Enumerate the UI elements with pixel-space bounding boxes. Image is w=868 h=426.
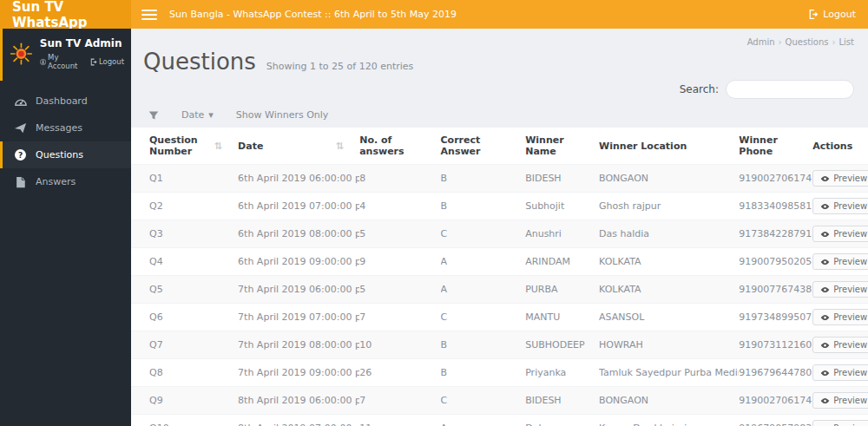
- answers-count-cell: 26: [359, 359, 440, 387]
- contest-title: Sun Bangla - WhatsApp Contest :: 6th Apr…: [169, 9, 457, 20]
- dashboard-icon: [14, 95, 27, 108]
- user-icon: [40, 58, 46, 66]
- preview-label: Preview: [833, 257, 867, 266]
- question-circle-icon: ?: [14, 148, 27, 161]
- winner-phone-cell: 919073112160: [739, 331, 812, 359]
- winner-phone-cell: 919002706174: [739, 165, 812, 193]
- sidebar-item-answers[interactable]: Answers: [0, 168, 131, 195]
- profile-section: Sun TV Admin My Account Logout: [0, 29, 131, 81]
- table-row: Q57th April 2019 06:00:00 pm5APURBAKOLKA…: [131, 276, 868, 304]
- preview-button[interactable]: Preview: [812, 226, 868, 242]
- question-number-cell: Q10: [131, 415, 238, 426]
- winner-location-cell: BONGAON: [599, 387, 739, 415]
- answers-count-cell: 9: [359, 248, 440, 276]
- date-cell: 8th April 2019 07:00:00 pm: [238, 415, 359, 426]
- filter-row: Date ▾ Show Winners Only: [131, 106, 868, 128]
- preview-label: Preview: [833, 285, 867, 294]
- date-cell: 6th April 2019 06:00:00 pm: [238, 165, 359, 193]
- preview-button[interactable]: Preview: [812, 392, 868, 409]
- sidebar-logout-link[interactable]: Logout: [89, 53, 124, 70]
- sort-icon[interactable]: ⇅: [336, 141, 344, 152]
- question-number-cell: Q8: [131, 359, 238, 387]
- answers-count-cell: 7: [359, 304, 440, 331]
- question-number-cell: Q5: [131, 276, 238, 304]
- logout-button[interactable]: Logout: [807, 9, 856, 20]
- table-row: Q16th April 2019 06:00:00 pm8BBIDESHBONG…: [131, 165, 868, 193]
- preview-button[interactable]: Preview: [812, 420, 868, 426]
- breadcrumb-questions[interactable]: Questions: [786, 37, 829, 47]
- preview-button[interactable]: Preview: [812, 309, 868, 325]
- actions-cell: Preview: [812, 276, 868, 304]
- paper-plane-icon: [14, 121, 27, 134]
- sidebar-logout-label: Logout: [99, 57, 124, 66]
- table-header-row: Question Number⇅ Date⇅ No. of answers Co…: [131, 128, 868, 165]
- logout-small-icon: [89, 58, 97, 66]
- winner-location-cell: HOWRAH: [599, 331, 739, 359]
- preview-button[interactable]: Preview: [812, 170, 868, 187]
- admin-name: Sun TV Admin: [40, 37, 124, 49]
- sidebar: Sun TV Admin My Account Logout Dashboard: [0, 29, 131, 426]
- col-winner-phone: Winner Phone: [739, 128, 812, 165]
- eye-icon: [820, 397, 830, 404]
- winner-name-cell: MANTU: [525, 304, 599, 331]
- logout-icon: [807, 9, 819, 20]
- sidebar-item-messages[interactable]: Messages: [0, 115, 131, 141]
- sidebar-item-questions[interactable]: ? Questions: [0, 141, 131, 168]
- correct-answer-cell: B: [441, 193, 526, 220]
- preview-label: Preview: [833, 340, 867, 350]
- correct-answer-cell: B: [441, 165, 526, 193]
- sort-icon[interactable]: ⇅: [214, 141, 222, 152]
- eye-icon: [820, 342, 830, 349]
- winner-name-cell: Deb: [525, 415, 599, 426]
- correct-answer-cell: B: [441, 359, 526, 387]
- winner-name-cell: ARINDAM: [525, 248, 599, 276]
- correct-answer-cell: A: [441, 415, 526, 426]
- preview-button[interactable]: Preview: [812, 281, 868, 298]
- table-row: Q26th April 2019 07:00:00 pm4BSubhojitGh…: [131, 193, 868, 220]
- winner-phone-cell: 917384228791: [739, 220, 812, 248]
- winner-phone-cell: 919679057983: [739, 415, 812, 426]
- my-account-link[interactable]: My Account: [40, 53, 82, 70]
- winner-name-cell: BIDESH: [525, 387, 599, 415]
- breadcrumb-admin[interactable]: Admin: [747, 37, 775, 47]
- question-number-cell: Q2: [131, 193, 238, 220]
- filter-funnel-icon[interactable]: [148, 110, 159, 121]
- winner-name-cell: Priyanka: [525, 359, 599, 387]
- preview-button[interactable]: Preview: [812, 198, 868, 214]
- questions-table-body: Q16th April 2019 06:00:00 pm8BBIDESHBONG…: [131, 165, 868, 426]
- correct-answer-cell: A: [441, 276, 526, 304]
- entries-summary: Showing 1 to 25 of 120 entries: [266, 61, 413, 72]
- winner-phone-cell: 919734899507: [739, 304, 812, 331]
- file-icon: [14, 175, 27, 188]
- col-winner-location: Winner Location: [599, 128, 739, 165]
- answers-count-cell: 8: [359, 165, 440, 193]
- breadcrumb-list: List: [839, 37, 854, 47]
- winner-name-cell: SUBHODEEP: [525, 331, 599, 359]
- answers-count-cell: 4: [359, 193, 440, 220]
- show-winners-only-toggle[interactable]: Show Winners Only: [236, 109, 329, 121]
- date-cell: 6th April 2019 09:00:00 pm: [238, 248, 359, 276]
- col-question-number: Question Number⇅: [131, 128, 238, 165]
- main-content: Admin›Questions›List Questions Showing 1…: [131, 29, 868, 426]
- answers-count-cell: 11: [359, 415, 440, 426]
- preview-button[interactable]: Preview: [812, 253, 868, 270]
- sidebar-item-label: Messages: [36, 122, 82, 134]
- header-bar: Sun Bangla - WhatsApp Contest :: 6th Apr…: [131, 0, 868, 29]
- eye-icon: [820, 231, 830, 238]
- eye-icon: [820, 314, 830, 321]
- col-date: Date⇅: [238, 128, 359, 165]
- search-input[interactable]: [726, 80, 854, 99]
- preview-button[interactable]: Preview: [812, 337, 868, 353]
- preview-button[interactable]: Preview: [812, 364, 868, 381]
- breadcrumb-separator: ›: [779, 37, 782, 47]
- date-filter-dropdown[interactable]: Date ▾: [181, 109, 214, 121]
- winner-location-cell: Ghosh rajpur: [599, 193, 739, 220]
- hamburger-menu-icon[interactable]: [141, 10, 157, 20]
- question-number-cell: Q6: [131, 304, 238, 331]
- date-cell: 7th April 2019 07:00:00 pm: [238, 304, 359, 331]
- winner-name-cell: BIDESH: [525, 165, 599, 193]
- topbar: Sun TV WhatsApp Sun Bangla - WhatsApp Co…: [0, 0, 868, 29]
- sidebar-item-dashboard[interactable]: Dashboard: [0, 88, 131, 115]
- winner-location-cell: BONGAON: [599, 165, 739, 193]
- actions-cell: Preview: [812, 220, 868, 248]
